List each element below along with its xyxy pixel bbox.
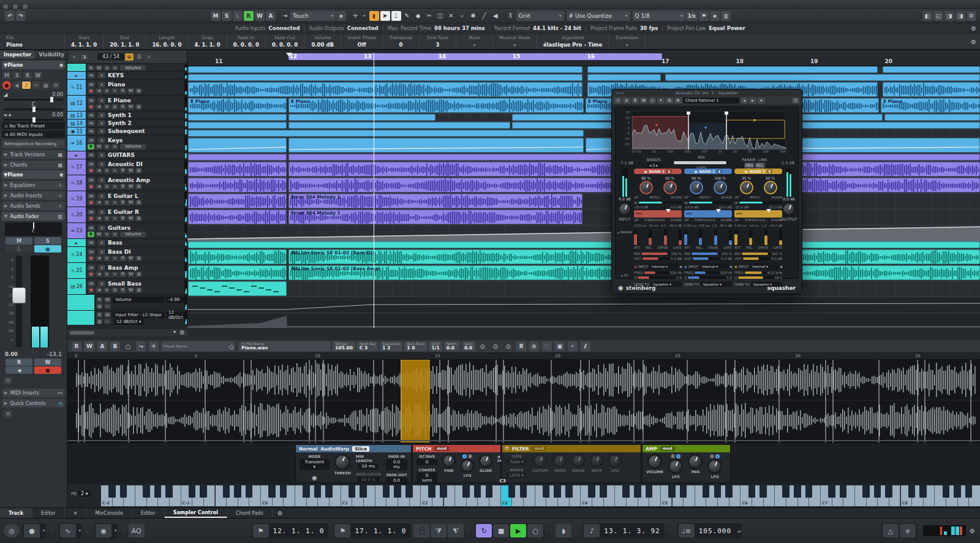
status-gear-icon[interactable]: ⚙: [971, 25, 976, 32]
arrange-row-small-bass[interactable]: [187, 281, 980, 297]
fade-in-value[interactable]: 0.0 ms: [386, 459, 407, 470]
visibility-home-icon[interactable]: ⌂: [125, 53, 134, 61]
event-e-guitar-l[interactable]: [188, 194, 287, 208]
timeline-ruler[interactable]: 11121314151617181920: [187, 53, 980, 66]
black-key[interactable]: [520, 485, 527, 498]
plugin-titlebar[interactable]: ● ● ●Acoustic DI: Ins. 3 - Squasher: [612, 89, 802, 96]
q-bar[interactable]: [688, 276, 725, 279]
tab-inspector[interactable]: Inspector: [0, 50, 35, 59]
arrange-row-filter-lane[interactable]: [187, 313, 980, 328]
channel-button-a[interactable]: A: [266, 11, 276, 21]
event-keys-folder[interactable]: [587, 74, 661, 81]
sc-input-value[interactable]: Internal ▾: [649, 264, 678, 269]
sampler-w-button[interactable]: W: [85, 341, 94, 351]
info-field-fade-out[interactable]: Fade-Out0. 0. 0. 0: [266, 34, 304, 49]
w-automation-button[interactable]: W: [96, 144, 102, 150]
track-row-epiano[interactable]: ▤12msE Piano●◀e▤RW▦: [67, 96, 187, 112]
track-ctrl-button[interactable]: e: [104, 272, 110, 277]
black-key[interactable]: [349, 485, 356, 498]
left-zone-toggle[interactable]: ◧: [922, 11, 932, 21]
black-key[interactable]: [165, 485, 173, 498]
arrange-row-piano[interactable]: [187, 82, 980, 98]
event-piano[interactable]: [188, 82, 582, 97]
track-ctrl-button[interactable]: ∞: [111, 88, 118, 94]
fader-meter-button[interactable]: ▦: [34, 245, 61, 253]
section-track-versions[interactable]: ▶Track Versions▦: [2, 150, 65, 159]
band-header-2[interactable]: ◉BAND 2S: [684, 169, 732, 174]
track-row-synth2[interactable]: ▤14msSynth 2: [67, 120, 187, 127]
info-field-transpose[interactable]: Transpose0: [383, 34, 420, 49]
midi-input-field[interactable]: ⊲ All MIDI Inputs: [2, 131, 65, 138]
visibility-list-icon[interactable]: ≣: [135, 53, 143, 61]
plugin-gear-icon[interactable]: ⚙: [674, 97, 682, 104]
black-key[interactable]: [554, 485, 561, 498]
black-key[interactable]: [405, 485, 413, 498]
track-row-e-guitar-l[interactable]: ∿19msE Guitar L●◀e∞RW▦: [67, 191, 187, 207]
track-row-guitars-group[interactable]: ≡23msGuitarsRWeoVolume: [67, 223, 187, 239]
track-row-bass-amp[interactable]: ∿25msBass Amp●◀e∞RW▦: [67, 263, 187, 279]
plugin-copy-icon[interactable]: ⧉: [666, 97, 673, 104]
volume-pill[interactable]: Volume: [120, 144, 146, 150]
time-format-icon[interactable]: ♪: [584, 524, 600, 537]
track-row-bass-di[interactable]: ∿24msBass DI●◀e∞RW▦: [67, 247, 187, 263]
track-ctrl-button[interactable]: e: [104, 168, 110, 173]
track-ctrl-button[interactable]: W: [127, 184, 134, 189]
iterative-quantize-button[interactable]: 1⁄x: [686, 11, 698, 21]
track-ctrl-button[interactable]: ◀: [96, 184, 102, 189]
track-ctrl-button[interactable]: ▦: [135, 104, 142, 110]
track-ctrl-button[interactable]: ▦: [135, 88, 142, 94]
track-ctrl-button[interactable]: e: [104, 200, 110, 205]
black-key[interactable]: [965, 485, 973, 498]
scissors-icon[interactable]: ✂: [424, 11, 434, 21]
event-bass-folder[interactable]: [188, 241, 980, 248]
plugin-switch-icon[interactable]: ◷: [649, 97, 656, 104]
event-keys-folder[interactable]: [665, 74, 980, 81]
track-ctrl-button[interactable]: ◀: [96, 104, 102, 110]
track-row-guitars-folder[interactable]: ▸msGUITARS: [67, 151, 187, 159]
r-button[interactable]: R: [96, 312, 103, 317]
black-key[interactable]: [668, 485, 676, 498]
track-ctrl-button[interactable]: W: [127, 256, 134, 261]
event-small-bass[interactable]: [188, 281, 287, 296]
down-ratio-knob[interactable]: [764, 181, 777, 194]
midi-export-icon[interactable]: ◉: [309, 473, 319, 482]
solo-button[interactable]: s: [98, 193, 105, 199]
tracklist-scrollbar[interactable]: · · · ·▾⚙: [67, 328, 187, 336]
pitch-flag-icon[interactable]: ⊙: [491, 341, 500, 351]
mute-tool-icon[interactable]: ✕: [447, 11, 456, 21]
track-ctrl-button[interactable]: R: [119, 168, 126, 173]
track-ctrl-button[interactable]: R: [119, 256, 126, 261]
track-ctrl-button[interactable]: R: [119, 287, 126, 293]
lock-button[interactable]: ⌐: [104, 303, 111, 309]
freeze-button[interactable]: o: [111, 144, 118, 150]
marker-color-button[interactable]: ▮: [369, 11, 379, 21]
track-preset-field[interactable]: ◇ No Track Preset: [2, 122, 65, 129]
track-ctrl-button[interactable]: R: [119, 272, 126, 277]
arrange-row-synth2[interactable]: [187, 122, 980, 130]
bottom-tab-editor[interactable]: Editor: [32, 508, 65, 518]
file-name-field[interactable]: ▭ File NamePiano.wav: [239, 341, 331, 351]
track-row-synth1[interactable]: ▤13msSynth 1: [67, 112, 187, 120]
grid-type-dropdown[interactable]: Grid▾: [516, 11, 564, 21]
pencil-icon[interactable]: ✎: [402, 11, 412, 21]
edit-channel-icon[interactable]: e: [60, 63, 63, 68]
slider-att[interactable]: [684, 229, 687, 245]
arrange-row-epiano[interactable]: E PianoE PianoE PianoE Piano: [187, 98, 980, 114]
track-w-button[interactable]: W: [34, 72, 42, 79]
track-ctrl-button[interactable]: ▦: [135, 184, 142, 189]
band-header-3[interactable]: ◉BAND 3S: [734, 169, 782, 174]
range-select-icon[interactable]: ⌶: [391, 11, 401, 21]
black-key[interactable]: [474, 485, 481, 498]
solo-button[interactable]: s: [98, 112, 105, 118]
track-ctrl-button[interactable]: ▦: [135, 256, 142, 261]
track-ctrl-button[interactable]: W: [127, 200, 134, 205]
black-key[interactable]: [954, 485, 961, 498]
arrange-row-guitars-folder[interactable]: [187, 154, 980, 162]
black-key[interactable]: [805, 485, 813, 498]
goto-right-locator-button[interactable]: ⚑: [334, 524, 350, 537]
black-key[interactable]: [360, 485, 367, 498]
goto-left-locator-button[interactable]: ⚑: [253, 524, 269, 537]
playback-tab-normal[interactable]: Normal: [299, 446, 318, 452]
slider-rel[interactable]: [749, 229, 752, 245]
event-keys-folder[interactable]: [188, 74, 582, 81]
